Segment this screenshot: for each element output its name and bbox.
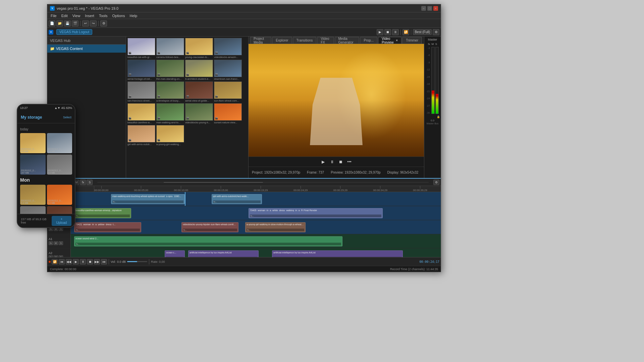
menu-file[interactable]: File [49, 13, 59, 18]
menu-edit[interactable]: Edit [59, 13, 70, 18]
preview-play[interactable]: ▶ [320, 159, 326, 165]
ruler-tick-8: 00:00:39;29 [413, 186, 427, 192]
tab-explorer[interactable]: Explorer [272, 37, 292, 44]
media-item-2[interactable]: 🎬 young-caucasian-to... [185, 38, 213, 59]
media-item-14[interactable]: 🎬 videoblocks-young-h... [185, 103, 213, 124]
transport-play[interactable]: ▶ [73, 259, 79, 264]
media-item-3[interactable]: 🎬 videoblocks-amazin... [214, 38, 242, 59]
phone-media-8[interactable]: 20191012_0... 6 MB [47, 206, 72, 214]
menu-insert[interactable]: Insert [83, 13, 96, 18]
clip-A2-1[interactable]: artificial-intelligence by lux-inspira A… [188, 250, 259, 257]
media-item-5[interactable]: 🎬 the-man-standing-on... [156, 60, 184, 80]
toolbar-new[interactable]: 📄 [49, 20, 55, 26]
menu-view[interactable]: View [70, 13, 83, 18]
minimize-button[interactable]: − [421, 6, 426, 11]
media-name-5: the-man-standing-on... [156, 77, 184, 80]
tl-settings[interactable]: ⚙ [433, 180, 439, 185]
tab-prop...[interactable]: Prop... [360, 37, 377, 44]
clip-V2-0[interactable]: beautiful-carefree-woman-emergi...signat… [74, 208, 131, 218]
phone-media-7[interactable]: 20191012_0... 5.9 MB [20, 206, 46, 214]
maximize-button[interactable]: □ [427, 6, 432, 11]
transport-next[interactable]: ⏭ [101, 259, 107, 264]
tab-close-icon[interactable]: × [396, 39, 398, 42]
media-item-1[interactable]: 🎬 camera-follows-bea... [156, 38, 184, 59]
preview-more[interactable]: ••• [346, 159, 353, 165]
menu-options[interactable]: Options [110, 13, 127, 18]
media-item-0[interactable]: 🎬 beautiful-cat-with-gr... [127, 38, 155, 59]
tl-fx[interactable]: fx [80, 180, 86, 185]
clip-V2-1[interactable]: 70405_woman_in_a_white_dress_walking_in_… [249, 208, 383, 218]
toolbar-loop[interactable]: 🔁 [402, 29, 409, 35]
clip-A1-0[interactable]: ocean sound wind 2... fx... [74, 236, 342, 246]
hub-logout-button[interactable]: VEGAS Hub Logout [56, 29, 92, 35]
menu-help[interactable]: Help [127, 13, 139, 18]
media-item-7[interactable]: 🎬 downtown-san-franci... [214, 60, 242, 80]
toolbar-open[interactable]: 📁 [56, 20, 63, 26]
media-item-11[interactable]: 🎬 sun-flare-wheat-com... [214, 81, 242, 102]
preview-pause[interactable]: ⏸ [329, 159, 335, 165]
tab-video_preview[interactable]: Video Preview × [378, 37, 401, 44]
clip-V1-1[interactable]: girl-with-arms-outstretched-walki... fx.… [212, 194, 262, 204]
tab-video_fx[interactable]: Video FX [317, 37, 334, 44]
quality-selector[interactable]: Best (Full) [413, 29, 432, 35]
track-s-A1[interactable]: S [59, 241, 63, 245]
tab-media_generator[interactable]: Media Generator [335, 37, 360, 44]
phone-media-3[interactable]: 20191012_0... 167 MB [20, 155, 46, 175]
toolbar-render[interactable]: 🎬 [72, 20, 78, 26]
toolbar-play[interactable]: ▶ [377, 29, 383, 35]
transport-prev[interactable]: ⏮ [59, 259, 65, 264]
transport-pause[interactable]: ⏸ [80, 259, 86, 264]
phone-select-btn[interactable]: Select [63, 116, 71, 119]
tab-transitions[interactable]: Transitions [293, 37, 317, 44]
media-item-4[interactable]: 🎬 aerial-footage-of-toll... [127, 60, 155, 80]
tab-trimmer[interactable]: Trimmer [402, 37, 422, 44]
media-item-13[interactable]: 🎬 man-walking-and-to... [156, 103, 184, 124]
media-item-9[interactable]: 🎬 a-timelapse-of-busy... [156, 81, 184, 102]
toolbar-pause[interactable]: ⏸ [392, 29, 399, 35]
media-item-12[interactable]: 🎬 beautiful-carefree-w... [127, 103, 155, 124]
menu-tools[interactable]: Tools [97, 13, 110, 18]
transport-loop[interactable]: 🔁 [52, 259, 58, 264]
nav-vegas-content[interactable]: 📁 VEGAS Content [47, 45, 126, 53]
clip-A2-2[interactable]: artificial-intelligence by lux-inspira A… [272, 250, 403, 257]
media-item-15[interactable]: 🎬 sunset-nature-view... [214, 103, 242, 124]
ruler-tick-4: 00:00:19;29 [254, 186, 268, 192]
toolbar-settings[interactable]: ⚙ [100, 20, 107, 26]
hub-toolbar: V VEGAS Hub Logout ▶ ⏹ ⏸ 🔁 Best (Full) ⚙ [47, 28, 441, 37]
clip-V3-0[interactable]: 79421_woman_in_a_yellow_dress_t... fx... [74, 222, 141, 232]
toolbar-save[interactable]: 💾 [64, 20, 71, 26]
close-button[interactable]: × [433, 6, 438, 11]
toolbar-undo[interactable]: ↩ [82, 20, 89, 26]
clip-A2-0[interactable]: ocean c... fx... [165, 250, 185, 257]
master-meters: Master fx M S -3-6-9-12-15-18-21-24-27-3… [424, 37, 441, 178]
timeline-scrollbar[interactable] [97, 182, 429, 183]
media-thumb-0: 🎬 [127, 38, 155, 55]
clip-V3-1[interactable]: videoblocks-young-hipster-sun-flare-whea… [181, 222, 238, 232]
clip-V1-0[interactable]: man-walking-and-touching-wheat-spikes-at… [111, 194, 185, 204]
tab-project_media[interactable]: Project Media [250, 37, 271, 44]
media-file-icon-6: 🎬 [186, 73, 189, 76]
media-item-8[interactable]: 🎬 san-francisco-street... [127, 81, 155, 102]
media-item-6[interactable]: 🎬 6-architect-student-d... [185, 60, 213, 80]
media-item-10[interactable]: 🎬 aerial-view-of-golde... [185, 81, 213, 102]
media-item-16[interactable]: 🎬 girl-with-arms-outstr... [127, 125, 155, 146]
vol-slider[interactable] [127, 261, 147, 262]
media-item-17[interactable]: 🎬 a-young-girl-walking... [156, 125, 184, 146]
track-m-A1[interactable]: M [54, 241, 58, 245]
track-fx-A1[interactable]: fx [49, 241, 53, 245]
phone-media-5[interactable]: 20191012_0... 5.3 MB [20, 185, 46, 205]
transport-stop[interactable]: ⏹ [87, 259, 93, 264]
toolbar-settings2[interactable]: ⚙ [433, 29, 439, 35]
phone-media-1[interactable]: 20191012_0... 4.5 MB [20, 133, 46, 153]
phone-media-6[interactable]: 20191012_0... 4.2 MB [47, 185, 72, 205]
preview-stop[interactable]: ⏹ [338, 159, 344, 165]
toolbar-stop[interactable]: ⏹ [384, 29, 391, 35]
toolbar-redo[interactable]: ↪ [90, 20, 97, 26]
transport-rewind[interactable]: ◀◀ [66, 259, 72, 264]
transport-forward[interactable]: ▶▶ [94, 259, 100, 264]
phone-media-2[interactable]: 20191012_0... 3.8 MB [47, 133, 72, 153]
upload-button[interactable]: + Upload [52, 216, 71, 226]
tl-solo[interactable]: S [87, 180, 93, 185]
clip-V3-2[interactable]: a-young-girl-walking-in-slow-motion-thro… [245, 222, 306, 232]
phone-media-4[interactable]: 20191012_0... 3.6 MB [47, 155, 72, 175]
